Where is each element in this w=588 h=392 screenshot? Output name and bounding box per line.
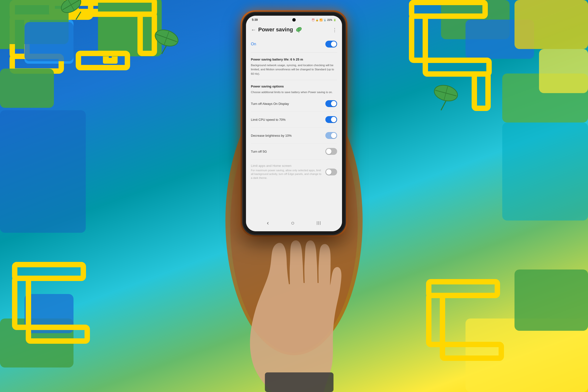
navigation-bar: ‹ ○ ||| xyxy=(246,216,342,231)
alarm-icon: ⏰ xyxy=(312,18,314,21)
svg-rect-12 xyxy=(514,0,588,49)
lock-icon: 🔒 xyxy=(316,18,318,21)
setting-info-4: Limit apps and Home screenFor maximum po… xyxy=(251,164,322,180)
setting-label-3: Turn off 5G xyxy=(251,150,322,153)
svg-line-40 xyxy=(162,45,166,54)
battery-section: Power saving battery life: 6 h 25 m Back… xyxy=(251,53,337,80)
app-header: ← Power saving ⋮ xyxy=(246,23,342,37)
setting-label-4: Limit apps and Home screen xyxy=(251,164,322,168)
toggle-knob-2 xyxy=(331,133,336,138)
svg-line-45 xyxy=(441,101,446,110)
svg-rect-5 xyxy=(0,68,54,108)
svg-rect-4 xyxy=(24,22,74,61)
setting-label-0: Turn off Always On Display xyxy=(251,102,322,106)
nav-home-button[interactable]: ○ xyxy=(291,220,295,226)
title-text: Power saving xyxy=(258,26,293,32)
toggle-knob xyxy=(331,42,336,47)
battery-life-text: Power saving battery life: 6 h 25 m xyxy=(251,58,337,61)
toggle-knob-1 xyxy=(331,117,336,122)
setting-toggle-2[interactable] xyxy=(325,132,337,139)
phone-screen: 5:39 ⏰ 🔒 📶 📡 21% 🔋 ← Power saving xyxy=(246,16,342,231)
options-section: Power saving options Choose additional l… xyxy=(251,80,337,187)
setting-row-4: Limit apps and Home screenFor maximum po… xyxy=(251,160,337,184)
settings-list: Turn off Always On DisplayLimit CPU spee… xyxy=(251,96,337,184)
battery-percent: 21% xyxy=(327,18,332,21)
svg-rect-9 xyxy=(78,54,128,68)
phone-container: 5:39 ⏰ 🔒 📶 📡 21% 🔋 ← Power saving xyxy=(242,12,346,235)
battery-icon: 🔋 xyxy=(333,18,336,21)
setting-label-1: Limit CPU speed to 70% xyxy=(251,118,322,122)
nav-recent-button[interactable]: ||| xyxy=(316,221,321,225)
status-time: 5:39 xyxy=(252,18,258,22)
options-description: Choose additional limits to save battery… xyxy=(251,90,337,94)
signal-icon: 📡 xyxy=(324,18,326,21)
svg-rect-29 xyxy=(429,296,442,344)
battery-description: Background network usage, syncing, and l… xyxy=(251,63,337,76)
setting-sublabel-4: For maximum power saving, allow only sel… xyxy=(251,168,322,180)
wifi-icon: 📶 xyxy=(320,18,322,21)
svg-rect-27 xyxy=(502,122,588,220)
setting-info-2: Decrease brightness by 10% xyxy=(251,134,322,138)
on-label: On xyxy=(251,42,256,46)
page-title: Power saving xyxy=(258,26,332,34)
setting-info-1: Limit CPU speed to 70% xyxy=(251,118,322,122)
more-options-button[interactable]: ⋮ xyxy=(332,27,337,33)
toggle-knob-3 xyxy=(326,149,332,154)
phone-body: 5:39 ⏰ 🔒 📶 📡 21% 🔋 ← Power saving xyxy=(242,12,346,235)
power-saving-toggle[interactable] xyxy=(325,41,337,48)
svg-rect-26 xyxy=(0,110,86,233)
setting-label-2: Decrease brightness by 10% xyxy=(251,134,322,138)
nav-back-button[interactable]: ‹ xyxy=(267,220,269,226)
setting-row-2: Decrease brightness by 10% xyxy=(251,128,337,144)
setting-toggle-3[interactable] xyxy=(325,148,337,155)
toggle-knob-0 xyxy=(331,101,336,106)
status-icons: ⏰ 🔒 📶 📡 21% 🔋 xyxy=(312,18,336,21)
toggle-knob-4 xyxy=(326,169,332,175)
options-title: Power saving options xyxy=(251,84,337,88)
setting-toggle-1[interactable] xyxy=(325,116,337,123)
svg-rect-18 xyxy=(539,49,588,93)
scroll-content: On Power saving battery life: 6 h 25 m B… xyxy=(246,37,342,213)
setting-row-0: Turn off Always On Display xyxy=(251,96,337,112)
setting-toggle-4[interactable] xyxy=(325,168,337,176)
setting-toggle-0[interactable] xyxy=(325,100,337,107)
svg-rect-48 xyxy=(265,372,334,392)
back-button[interactable]: ← xyxy=(251,27,256,33)
svg-rect-14 xyxy=(412,16,425,60)
svg-rect-16 xyxy=(474,74,488,108)
setting-row-3: Turn off 5G xyxy=(251,144,337,160)
camera-notch xyxy=(292,18,296,22)
power-saving-toggle-row: On xyxy=(251,37,337,53)
svg-rect-22 xyxy=(514,270,588,331)
setting-info-3: Turn off 5G xyxy=(251,150,322,153)
leaf-icon xyxy=(296,26,302,34)
setting-row-1: Limit CPU speed to 70% xyxy=(251,112,337,128)
setting-info-0: Turn off Always On Display xyxy=(251,102,322,106)
